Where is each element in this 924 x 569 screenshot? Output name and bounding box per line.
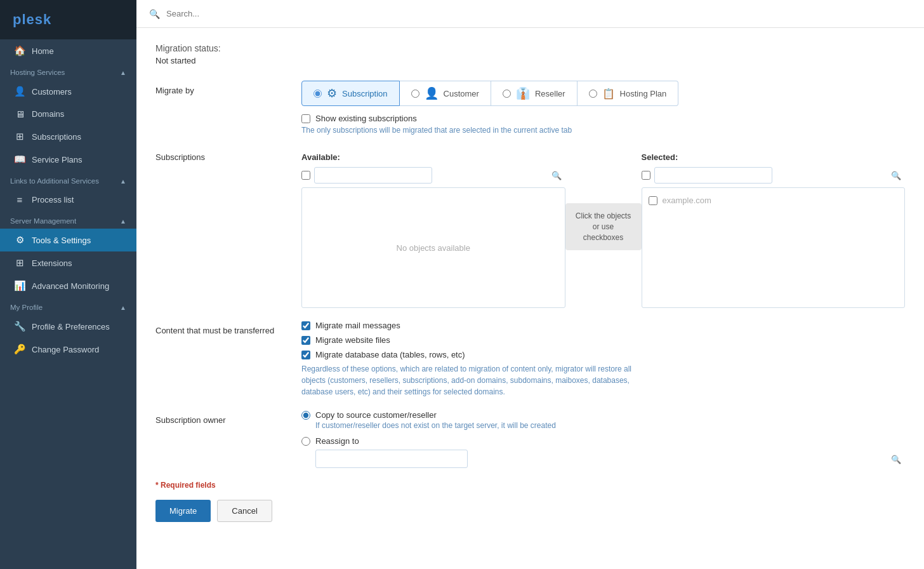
search-input[interactable] [166,9,357,18]
sidebar-item-extensions[interactable]: ⊞ Extensions [0,251,136,274]
list-item: example.com [647,193,713,208]
subscription-icon: ⚙ [327,86,337,100]
migrate-website-label[interactable]: Migrate website files [315,335,390,345]
subscriptions-label: Subscriptions [155,147,282,162]
migrate-by-tabs: ⚙ Subscription 👤 Customer 👔 Reseller [301,81,905,106]
advanced-monitoring-icon: 📊 [14,280,25,291]
migrate-database-row: Migrate database data (tables, rows, etc… [301,350,905,359]
no-objects-text: No objects available [397,243,470,253]
selected-search-row: 🔍 [642,167,906,184]
migrate-mail-row: Migrate mail messages [301,321,905,330]
migrate-database-checkbox[interactable] [301,351,310,359]
selected-select-all[interactable] [642,171,650,180]
copy-source-label[interactable]: Copy to source customer/reseller [315,410,437,420]
sidebar-item-advanced-monitoring[interactable]: 📊 Advanced Monitoring [0,274,136,297]
sidebar-item-label: Advanced Monitoring [32,281,109,291]
reassign-option: Reassign to 🔍 [301,436,905,468]
sidebar-item-tools-settings[interactable]: ⚙ Tools & Settings [0,229,136,251]
migrate-database-label[interactable]: Migrate database data (tables, rows, etc… [315,350,465,359]
cancel-button[interactable]: Cancel [217,500,272,522]
migration-status-value: Not started [155,56,905,65]
selected-search-button[interactable]: 🔍 [891,171,901,180]
sidebar-item-label: Service Plans [32,155,82,164]
show-existing-row: Show existing subscriptions [301,114,905,123]
sidebar-section-hosting[interactable]: Hosting Services ▲ [0,62,136,80]
tab-customer[interactable]: 👤 Customer [400,81,491,106]
selected-item-label: example.com [663,196,711,205]
tab-reseller[interactable]: 👔 Reseller [491,81,578,106]
sidebar-item-label: Subscriptions [32,132,81,142]
available-search-row: 🔍 [301,167,565,184]
copy-source-radio[interactable] [301,411,310,420]
subscription-owner-content: Copy to source customer/reseller If cust… [301,410,905,468]
subscription-owner-label: Subscription owner [155,410,282,425]
required-asterisk: * [155,481,159,490]
main-content: 🔍 Migration status: Not started Migrate … [136,0,924,569]
reassign-label[interactable]: Reassign to [315,436,359,446]
available-title: Available: [301,152,565,162]
migrate-website-checkbox[interactable] [301,336,310,345]
reassign-radio[interactable] [301,437,310,446]
customer-icon: 👤 [425,86,439,100]
sidebar-section-server-mgmt[interactable]: Server Management ▲ [0,211,136,229]
subscriptions-icon: ⊞ [14,131,25,142]
sidebar-item-process-list[interactable]: ≡ Process list [0,189,136,211]
reseller-icon: 👔 [516,86,530,100]
selected-search-wrap: 🔍 [654,167,906,184]
hosting-plan-icon: 📋 [602,88,615,100]
selected-item-checkbox[interactable] [649,196,657,205]
available-select-all[interactable] [301,171,310,180]
migrate-button[interactable]: Migrate [155,500,211,522]
selected-search-input[interactable] [654,167,772,184]
sidebar-section-my-profile[interactable]: My Profile ▲ [0,297,136,315]
sidebar-section-additional[interactable]: Links to Additional Services ▲ [0,171,136,189]
tab-hosting-plan[interactable]: 📋 Hosting Plan [578,81,679,106]
chevron-up-icon: ▲ [120,304,126,311]
reassign-row: Reassign to [301,436,905,446]
migrate-by-helper: The only subscriptions will be migrated … [301,126,905,135]
topbar: 🔍 [136,0,924,28]
migrate-mail-checkbox[interactable] [301,321,310,330]
available-search-button[interactable]: 🔍 [551,171,562,180]
reassign-input[interactable] [315,450,468,468]
sidebar-item-label: Domains [32,109,64,119]
sidebar-item-customers[interactable]: 👤 Customers [0,80,136,103]
process-list-icon: ≡ [14,194,25,205]
sidebar-item-subscriptions[interactable]: ⊞ Subscriptions [0,125,136,148]
sidebar-item-change-password[interactable]: 🔑 Change Password [0,338,136,361]
password-icon: 🔑 [14,344,25,355]
sidebar-item-profile-preferences[interactable]: 🔧 Profile & Preferences [0,315,136,338]
selected-list: example.com [642,187,906,308]
tab-subscription[interactable]: ⚙ Subscription [301,81,400,106]
subscription-owner-options: Copy to source customer/reseller If cust… [301,410,905,468]
tab-hosting-plan-radio[interactable] [589,90,597,98]
migrate-mail-label[interactable]: Migrate mail messages [315,321,400,330]
available-search-input[interactable] [314,167,432,184]
required-label: Required fields [161,481,216,490]
chevron-up-icon: ▲ [120,218,126,225]
show-existing-checkbox[interactable] [301,114,310,123]
content-transfer-options: Migrate mail messages Migrate website fi… [301,321,905,359]
content-transfer-row: Content that must be transferred Migrate… [155,321,905,398]
sidebar-section-label: My Profile [10,304,43,311]
sidebar-item-domains[interactable]: 🖥 Domains [0,103,136,125]
reassign-search-button[interactable]: 🔍 [891,454,901,464]
tab-customer-label: Customer [444,89,479,98]
tab-subscription-radio[interactable] [314,90,322,98]
tab-reseller-radio[interactable] [503,90,511,98]
sidebar-section-label: Server Management [10,217,76,225]
sidebar-item-service-plans[interactable]: 📖 Service Plans [0,148,136,171]
subscription-owner-row: Subscription owner Copy to source custom… [155,410,905,468]
sidebar-item-home[interactable]: 🏠 Home [0,39,136,62]
migrate-website-row: Migrate website files [301,335,905,345]
content-transfer-label: Content that must be transferred [155,321,282,335]
tab-customer-radio[interactable] [411,90,419,98]
tools-settings-icon: ⚙ [14,234,25,246]
required-fields-note: * Required fields [155,481,905,490]
sidebar-section-label: Hosting Services [10,69,65,76]
selected-col: Selected: 🔍 example.com [642,152,906,308]
logo: plesk [0,0,136,39]
copy-source-note: If customer/reseller does not exist on t… [315,421,905,430]
click-hint: Click the objects or use checkboxes [565,203,642,250]
show-existing-label[interactable]: Show existing subscriptions [315,114,417,123]
